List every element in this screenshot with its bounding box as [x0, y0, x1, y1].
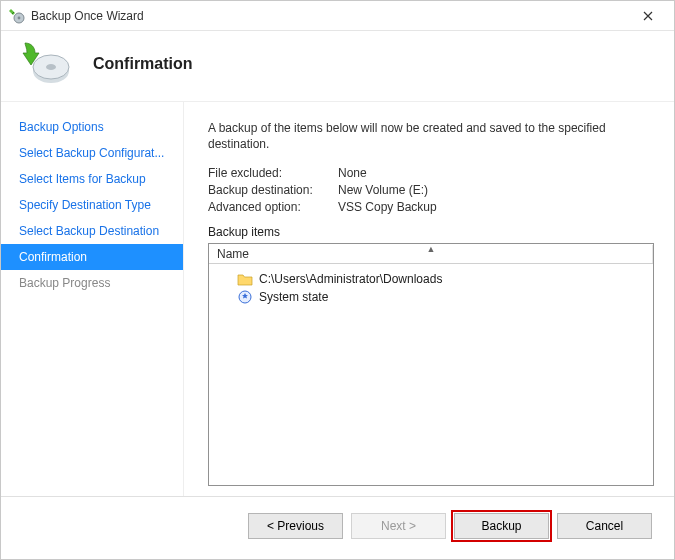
- list-item[interactable]: System state: [213, 288, 649, 306]
- close-button[interactable]: [628, 2, 668, 30]
- next-button: Next >: [351, 513, 446, 539]
- backup-button[interactable]: Backup: [454, 513, 549, 539]
- wizard-logo-icon: [21, 41, 71, 87]
- step-select-backup-configuration[interactable]: Select Backup Configurat...: [1, 140, 183, 166]
- system-state-icon: [237, 289, 253, 305]
- backup-items-list: Name ▲ C:\Users\Administrator\Downloads: [208, 243, 654, 486]
- svg-point-1: [18, 16, 21, 19]
- backup-destination-value: New Volume (E:): [338, 183, 428, 197]
- step-backup-progress: Backup Progress: [1, 270, 183, 296]
- step-select-items-for-backup[interactable]: Select Items for Backup: [1, 166, 183, 192]
- file-excluded-label: File excluded:: [208, 166, 338, 180]
- app-icon: [9, 8, 25, 24]
- main-area: Backup Options Select Backup Configurat.…: [1, 101, 674, 496]
- advanced-option-label: Advanced option:: [208, 200, 338, 214]
- window-title: Backup Once Wizard: [31, 9, 628, 23]
- list-item[interactable]: C:\Users\Administrator\Downloads: [213, 270, 649, 288]
- svg-point-4: [46, 64, 56, 70]
- wizard-header: Confirmation: [1, 31, 674, 101]
- wizard-footer: < Previous Next > Backup Cancel: [1, 496, 674, 559]
- field-file-excluded: File excluded: None: [208, 166, 654, 180]
- content-panel: A backup of the items below will now be …: [184, 102, 674, 496]
- step-confirmation[interactable]: Confirmation: [1, 244, 183, 270]
- step-specify-destination-type[interactable]: Specify Destination Type: [1, 192, 183, 218]
- description-text: A backup of the items below will now be …: [208, 120, 654, 152]
- page-heading: Confirmation: [93, 55, 193, 73]
- step-backup-options[interactable]: Backup Options: [1, 114, 183, 140]
- sort-ascending-icon: ▲: [427, 244, 436, 254]
- advanced-option-value: VSS Copy Backup: [338, 200, 437, 214]
- titlebar: Backup Once Wizard: [1, 1, 674, 31]
- cancel-button[interactable]: Cancel: [557, 513, 652, 539]
- step-select-backup-destination[interactable]: Select Backup Destination: [1, 218, 183, 244]
- file-excluded-value: None: [338, 166, 367, 180]
- list-item-label: C:\Users\Administrator\Downloads: [259, 272, 442, 286]
- folder-icon: [237, 271, 253, 287]
- field-backup-destination: Backup destination: New Volume (E:): [208, 183, 654, 197]
- backup-destination-label: Backup destination:: [208, 183, 338, 197]
- backup-items-label: Backup items: [208, 225, 654, 239]
- previous-button[interactable]: < Previous: [248, 513, 343, 539]
- field-advanced-option: Advanced option: VSS Copy Backup: [208, 200, 654, 214]
- list-body: C:\Users\Administrator\Downloads System …: [209, 264, 653, 312]
- wizard-steps-sidebar: Backup Options Select Backup Configurat.…: [1, 102, 184, 496]
- list-item-label: System state: [259, 290, 328, 304]
- list-header[interactable]: Name ▲: [209, 244, 653, 264]
